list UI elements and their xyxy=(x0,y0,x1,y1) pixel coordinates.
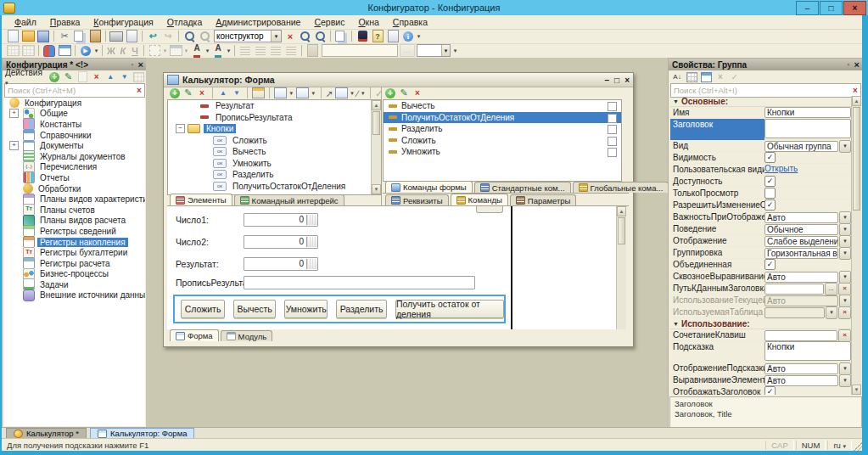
form-settings-icon[interactable] xyxy=(274,87,287,98)
search-dropdown-icon[interactable]: ▾ xyxy=(271,31,281,42)
align-center-icon[interactable] xyxy=(255,47,266,55)
properties-scroll-down-icon[interactable]: ▼ xyxy=(852,385,861,395)
command-item[interactable]: Разделить xyxy=(384,123,621,135)
align-justify-icon[interactable] xyxy=(286,47,296,55)
command-item[interactable]: Вычесть xyxy=(384,100,621,112)
element-move-down-icon[interactable]: ▼ xyxy=(231,87,243,98)
actions-menu-button[interactable]: Действия ▾ xyxy=(5,68,46,87)
command-checkbox[interactable] xyxy=(608,137,617,146)
delete-icon[interactable]: × xyxy=(91,71,103,82)
info-icon[interactable]: i xyxy=(403,31,413,42)
property-checkbox[interactable]: ✓ xyxy=(764,259,776,270)
property-row[interactable]: ПутьКДаннымЗаголовка...× xyxy=(670,283,852,295)
form-element-item[interactable]: окВычесть xyxy=(168,146,381,158)
element-edit-icon[interactable]: ✎ xyxy=(182,87,194,98)
tree-item[interactable]: Перечисления xyxy=(4,162,145,173)
tree-item[interactable]: +Общие xyxy=(4,109,145,120)
underline-icon[interactable]: Ч xyxy=(130,44,140,57)
menu-item-8[interactable]: Справка xyxy=(387,16,434,28)
toolbar-overflow-icon[interactable]: ▾ xyxy=(416,33,422,40)
property-row[interactable]: ИспользованиеТекущейСтрокиАвто▾ xyxy=(670,295,852,306)
debug-dropdown-icon[interactable]: ▾ xyxy=(93,48,99,54)
expander-icon[interactable]: + xyxy=(9,141,19,150)
field-spin-button[interactable] xyxy=(306,259,317,269)
dropdown-icon[interactable]: ▾ xyxy=(839,374,851,387)
field-input[interactable]: 0 xyxy=(244,235,318,249)
tab-elements-1[interactable]: Элементы xyxy=(170,194,232,205)
form-button[interactable]: Умножить xyxy=(284,300,328,318)
command-item[interactable]: Умножить xyxy=(384,146,621,158)
maximize-button[interactable]: □ xyxy=(820,1,843,15)
configuration-search-input[interactable] xyxy=(5,86,134,95)
events-icon[interactable] xyxy=(335,87,348,98)
property-row[interactable]: Пользовательская видимостьОткрыть xyxy=(670,164,852,176)
form-minimize-icon[interactable]: – xyxy=(605,76,610,85)
field-spin-button[interactable] xyxy=(306,237,317,247)
properties-apply-icon[interactable]: ✓ xyxy=(729,71,741,82)
command-item[interactable]: ПолучитьОстатокОтДеления xyxy=(384,112,621,124)
text-color-icon[interactable]: А xyxy=(193,44,199,58)
property-row[interactable]: Заголовок xyxy=(670,119,852,140)
size-input[interactable] xyxy=(417,46,441,55)
form-element-item[interactable]: −Кнопки xyxy=(168,123,381,135)
form-grid-icon[interactable] xyxy=(22,45,35,56)
menu-item-6[interactable]: Сервис xyxy=(308,16,350,28)
align-right-icon[interactable] xyxy=(271,47,281,55)
open-icon[interactable] xyxy=(22,31,35,42)
dropdown-icon[interactable]: ▾ xyxy=(826,306,837,319)
sort-alphabetical-icon[interactable]: А↓ xyxy=(671,71,683,82)
align-left-icon[interactable] xyxy=(240,47,250,55)
expander-icon[interactable]: + xyxy=(9,109,19,118)
redo-icon[interactable]: ↪ xyxy=(161,30,175,42)
font-combo[interactable] xyxy=(322,44,398,57)
form-button[interactable]: Разделить xyxy=(336,300,387,318)
tree-item[interactable]: Журналы документов xyxy=(4,151,145,162)
print-icon[interactable] xyxy=(109,31,123,42)
find-icon[interactable] xyxy=(185,31,194,41)
property-row[interactable]: ВыравниваниеЭлементовИЗагАвто▾ xyxy=(670,374,852,386)
add-icon[interactable]: + xyxy=(49,72,59,82)
bold-icon[interactable]: Ж xyxy=(106,44,116,57)
properties-close-icon[interactable]: × xyxy=(854,59,860,70)
property-input[interactable]: Авто xyxy=(764,363,838,374)
tree-item[interactable]: Регистры сведений xyxy=(4,226,145,237)
property-row[interactable]: ВажностьПриОтображенииАвто▾ xyxy=(670,211,852,223)
autohide-pin-icon[interactable]: ◦ xyxy=(131,60,133,69)
list-settings-icon[interactable] xyxy=(296,87,309,98)
menu-item-4[interactable]: Отладка xyxy=(161,16,209,28)
tree-item[interactable]: Регистры накопления xyxy=(4,237,145,248)
command-checkbox[interactable] xyxy=(608,114,617,123)
paste-icon[interactable] xyxy=(90,30,101,42)
highlight-color-icon[interactable]: А xyxy=(215,44,221,58)
cut-icon[interactable]: ✂ xyxy=(58,30,71,42)
documents-icon[interactable] xyxy=(335,31,344,42)
properties-pin-icon[interactable]: ◦ xyxy=(847,60,849,69)
tree-item[interactable]: +Документы xyxy=(4,140,145,151)
dropdown-icon[interactable]: ▾ xyxy=(839,271,851,284)
property-row[interactable]: ТолькоПросмотр xyxy=(670,188,852,199)
property-checkbox[interactable]: ✓ xyxy=(764,176,776,187)
template-icon[interactable] xyxy=(388,30,399,42)
sort-icon[interactable] xyxy=(133,72,144,82)
minimize-button[interactable]: – xyxy=(796,1,819,15)
tab-panel-3[interactable]: Параметры xyxy=(510,194,577,205)
dropdown-icon[interactable]: ▾ xyxy=(839,235,851,248)
tab-form-1[interactable]: Форма xyxy=(170,329,219,341)
property-input[interactable]: Слабое выделение xyxy=(764,236,838,247)
print-preview-icon[interactable] xyxy=(126,30,137,42)
size-combo[interactable]: ▾ xyxy=(417,44,451,57)
property-input[interactable]: Кнопки xyxy=(764,107,851,118)
tree-item[interactable]: Обработки xyxy=(4,183,145,194)
command-checkbox[interactable] xyxy=(608,148,617,157)
form-element-item[interactable]: окПолучитьОстатокОтДеления xyxy=(168,181,381,193)
property-input[interactable]: Обычное xyxy=(764,224,838,235)
form-edge-line[interactable] xyxy=(511,206,512,329)
undo-icon[interactable]: ↩ xyxy=(146,30,160,42)
field-input[interactable]: 0 xyxy=(244,213,318,227)
debug-user-icon[interactable] xyxy=(358,31,367,42)
command-add-icon[interactable]: + xyxy=(385,88,395,98)
property-row[interactable]: РазрешитьИзменениеСостава✓ xyxy=(670,199,852,211)
find-next-icon[interactable] xyxy=(316,31,325,41)
tree-item[interactable]: Константы xyxy=(4,119,145,130)
property-section-header[interactable]: ▼Использование: xyxy=(670,318,852,329)
